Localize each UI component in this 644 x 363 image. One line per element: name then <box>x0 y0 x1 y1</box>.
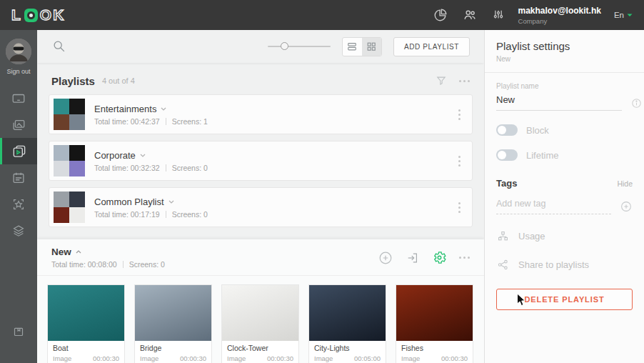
grid-view-icon <box>366 41 376 51</box>
language-selector[interactable]: En <box>614 11 633 19</box>
share-to-playlists-row[interactable]: Share to playlists <box>496 258 633 272</box>
filters-icon[interactable] <box>491 7 505 23</box>
language-label: En <box>614 11 624 19</box>
media-name: Fishes <box>401 344 468 352</box>
sidebar-item-media[interactable] <box>0 111 37 138</box>
sidebar-item-screens[interactable] <box>0 85 37 111</box>
expanded-playlist-header: New Total time: 00:08:00 Screens: 0 <box>37 239 484 276</box>
playlist-title[interactable]: Corporate <box>94 150 136 161</box>
lifetime-toggle-row[interactable]: Lifetime <box>496 149 633 161</box>
tags-hide-link[interactable]: Hide <box>617 179 633 188</box>
playlist-title[interactable]: Common Playlist <box>94 197 164 207</box>
topbar-actions: makhalov@lookit.hk Company En <box>433 6 633 25</box>
media-item[interactable]: Fishes Image 00:00:30 <box>396 285 473 363</box>
more-menu-icon[interactable] <box>459 257 470 259</box>
topbar: L OK makhalov@lookit.hk Company En <box>0 0 644 30</box>
playlist-name-label: Playlist name <box>496 82 633 90</box>
block-toggle[interactable] <box>496 124 518 136</box>
block-toggle-row[interactable]: Block <box>496 124 633 136</box>
grid-view-button[interactable] <box>362 38 381 56</box>
playlist-info: Entertainments Total time: 00:42:37 Scre… <box>94 104 208 126</box>
account-menu[interactable]: makhalov@lookit.hk Company <box>518 6 601 25</box>
media-icon <box>11 117 26 133</box>
divider <box>485 72 644 73</box>
list-view-button[interactable] <box>343 38 362 56</box>
screens-icon <box>11 91 26 106</box>
playlist-title[interactable]: Entertainments <box>94 104 156 114</box>
chevron-down-icon <box>627 14 633 17</box>
media-image <box>48 285 124 341</box>
usage-row[interactable]: Usage <box>496 229 633 243</box>
media-item[interactable]: Clock-Tower Image 00:00:30 <box>222 285 298 363</box>
expanded-screens: Screens: 0 <box>129 260 165 269</box>
schedule-icon <box>11 170 26 186</box>
tags-title: Tags <box>496 178 517 189</box>
logo-eye-icon <box>24 9 38 22</box>
assign-to-screen-icon[interactable] <box>406 251 420 265</box>
chevron-down-icon[interactable] <box>161 107 166 111</box>
statistics-icon[interactable] <box>433 7 448 23</box>
media-item[interactable]: City-Lights Image 00:05:00 <box>309 285 386 363</box>
info-icon[interactable] <box>630 97 643 111</box>
settings-gear-icon[interactable] <box>432 250 447 265</box>
users-icon[interactable] <box>461 7 478 23</box>
sidebar-item-archive[interactable] <box>0 318 37 344</box>
playlist-row[interactable]: Common Playlist Total time: 00:17:19 Scr… <box>49 187 473 227</box>
media-name: Bridge <box>140 344 206 352</box>
delete-playlist-button[interactable]: DELETE PLAYLIST <box>496 289 633 310</box>
add-tag-icon[interactable] <box>620 200 633 214</box>
search-icon[interactable] <box>51 39 67 54</box>
playlists-header-actions <box>435 74 470 87</box>
mosaic-tile <box>69 161 85 176</box>
media-type: Image <box>401 354 420 362</box>
playlist-row[interactable]: Entertainments Total time: 00:42:37 Scre… <box>49 94 473 134</box>
app-logo[interactable]: L OK <box>11 6 65 24</box>
usage-icon <box>496 229 510 243</box>
sidebar-item-playlists[interactable] <box>0 138 37 164</box>
chevron-down-icon[interactable] <box>140 154 146 157</box>
sidebar-item-schedule[interactable] <box>0 164 37 191</box>
sign-out-button[interactable]: Sign out <box>6 39 31 75</box>
playlist-screens: Screens: 0 <box>172 210 208 219</box>
sidebar-item-layers[interactable] <box>0 217 37 244</box>
add-tag-input[interactable] <box>496 197 611 214</box>
media-item[interactable]: Boat Image 00:00:30 <box>48 285 124 363</box>
filter-icon[interactable] <box>435 74 448 87</box>
share-icon <box>496 258 510 272</box>
logo-text-l: L <box>11 6 22 24</box>
row-menu-button[interactable] <box>454 153 465 169</box>
add-playlist-button[interactable]: ADD PLAYLIST <box>393 37 470 56</box>
playlists-count: 4 out of 4 <box>102 76 135 85</box>
lifetime-toggle[interactable] <box>496 149 518 161</box>
media-duration: 00:00:30 <box>180 354 206 362</box>
chevron-up-icon[interactable] <box>76 250 81 254</box>
account-company: Company <box>518 17 601 25</box>
playlist-list: Entertainments Total time: 00:42:37 Scre… <box>37 94 484 234</box>
expanded-playlist-section: New Total time: 00:08:00 Screens: 0 <box>37 239 484 363</box>
playlists-title: Playlists <box>51 75 95 87</box>
media-type: Image <box>227 354 246 362</box>
size-slider[interactable] <box>268 41 331 51</box>
playlists-header: Playlists 4 out of 4 <box>37 63 484 94</box>
playlist-row[interactable]: Corporate Total time: 00:32:32 Screens: … <box>49 141 473 181</box>
media-image <box>222 285 298 341</box>
playlist-name-input[interactable] <box>496 93 622 111</box>
chevron-down-icon[interactable] <box>168 200 174 204</box>
layers-icon <box>11 223 26 239</box>
row-menu-button[interactable] <box>454 106 465 123</box>
mosaic-tile <box>54 114 69 130</box>
row-menu-button[interactable] <box>454 199 465 216</box>
expanded-playlist-actions <box>378 250 470 266</box>
playlist-thumbnail <box>54 145 85 176</box>
playlist-info: Common Playlist Total time: 00:17:19 Scr… <box>94 197 208 219</box>
sidebar-item-apps[interactable] <box>0 191 37 217</box>
media-item[interactable]: Bridge Image 00:00:30 <box>135 285 211 363</box>
playlist-total-time: Total time: 00:42:37 <box>94 117 160 126</box>
slider-knob[interactable] <box>281 42 288 50</box>
playlist-total-time: Total time: 00:17:19 <box>94 210 160 219</box>
more-menu-icon[interactable] <box>459 80 470 82</box>
expanded-playlist-title[interactable]: New <box>51 247 71 257</box>
media-type: Image <box>140 354 159 362</box>
sidebar: Sign out <box>0 30 37 363</box>
add-content-icon[interactable] <box>378 250 393 266</box>
